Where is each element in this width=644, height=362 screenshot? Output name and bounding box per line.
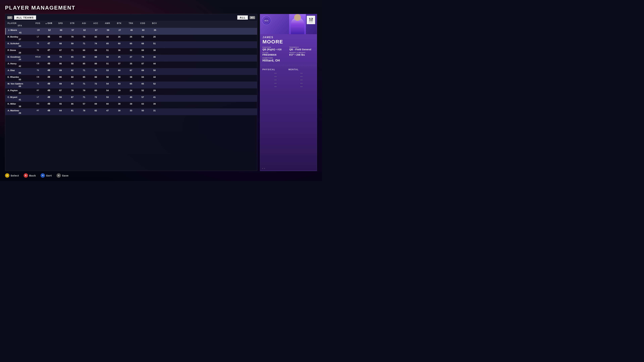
cell-10: 65	[137, 82, 148, 85]
portrait-head	[294, 14, 301, 21]
cell-1: CB	[33, 62, 43, 64]
cell-6: 69	[90, 103, 102, 105]
cell-10: 52	[137, 89, 148, 92]
cell-1: TE	[33, 69, 43, 71]
cell-2: 49	[43, 62, 55, 65]
info-class: CLASS FRESHMAN	[262, 52, 288, 56]
col-player: PLAYER	[7, 22, 33, 24]
cell-2: 49	[43, 76, 55, 78]
cell-11: 50	[148, 69, 160, 71]
cell-6: 89	[90, 56, 102, 58]
table-row[interactable]: A. DiazTE4969827170536067695066	[5, 68, 257, 75]
table-row[interactable]: P. StoneTE4767716668513632683828	[5, 48, 257, 55]
cell-5: 78	[78, 35, 90, 38]
cell-3: 86	[55, 62, 66, 65]
cell-6: 72	[90, 96, 102, 98]
table-row[interactable]: A. MartinezRT4964817882473033503129	[5, 108, 257, 115]
stat-row-2: --- ---	[262, 75, 314, 78]
cell-9: 40	[125, 96, 137, 98]
portrait-placeholder	[289, 14, 306, 34]
cell-5: 71	[78, 96, 90, 98]
cell-9: 35	[125, 62, 137, 65]
card-stats-section: PHYSICAL MENTAL --- --- --- --- --- --- …	[260, 67, 317, 90]
cell-10: 87	[137, 62, 148, 65]
cell-2: 12	[44, 29, 55, 31]
back-label: Back	[29, 174, 36, 177]
select-action[interactable]: A Select	[5, 173, 19, 178]
table-row[interactable]: E. RhamboCB4986608588503938844450	[5, 75, 257, 82]
card-player-name: JAMES MOORE	[260, 34, 317, 45]
cell-6: 72	[90, 82, 102, 85]
phys-stat-5: ---	[262, 85, 288, 88]
cell-6: 68	[90, 49, 102, 51]
back-action[interactable]: B Back	[24, 173, 36, 178]
cell-4: 78	[66, 89, 78, 92]
page-content: PLAYER MANAGEMENT LT ALL TEAMS ALL RT PL…	[0, 0, 322, 181]
cell-4: 83	[66, 82, 78, 85]
save-action[interactable]: + Save	[56, 173, 68, 178]
cell-9: 65	[125, 42, 137, 45]
lt-trigger[interactable]: LT	[7, 16, 12, 19]
cell-8: 25	[113, 56, 125, 58]
table-row[interactable]: R. BentleyLT4665797883442626542627	[5, 35, 257, 41]
team-filter-label[interactable]: ALL TEAMS	[14, 15, 36, 19]
cell-0: K. Schickel	[7, 42, 33, 45]
rt-trigger[interactable]: RT	[250, 16, 255, 19]
filter-all-badge[interactable]: ALL	[237, 15, 248, 19]
cell-5: 79	[78, 89, 90, 92]
cell-7: 65	[102, 42, 113, 45]
col-ovr[interactable]: ▲ OVR	[43, 22, 55, 24]
sort-arrow-icon: ▲	[45, 22, 47, 24]
cell-5: 71	[78, 42, 90, 45]
card-first-name: JAMES	[262, 36, 314, 39]
table-row[interactable]: D. GoodmanROLB4878658289502527783624	[5, 55, 257, 61]
cell-8: 38	[113, 103, 125, 105]
info-hometown: HOMETOWN Hilliard, OH	[262, 57, 314, 62]
cell-3: 69	[55, 82, 66, 85]
cell-9: 24	[125, 89, 137, 92]
player-card: ECU 12 OVR	[260, 14, 317, 171]
cell-11: 44	[148, 76, 160, 78]
hometown-label: HOMETOWN	[262, 57, 314, 59]
cell-11: 51	[148, 42, 160, 45]
table-row[interactable]: M. Von SaldernTE4969837172546365655269	[5, 82, 257, 88]
cell-6: 70	[90, 69, 102, 71]
cell-5: 71	[78, 82, 90, 85]
cell-4: 60	[66, 76, 78, 78]
column-headers: PLAYER POS ▲ OVR SPD STR AGI ACC AWR BTK…	[5, 21, 257, 28]
cell-1: LT	[33, 36, 43, 38]
card-bottom-icons: ✕ ✕	[262, 168, 265, 169]
table-row[interactable]: C. BryantLT4959877172534140574141	[5, 95, 257, 102]
phys-stat-1: ---	[262, 72, 288, 74]
mental-label: MENTAL	[288, 68, 314, 71]
cell-3: 64	[55, 109, 66, 112]
cell-0: A. Martinez	[7, 109, 33, 112]
table-row[interactable]: K. SchickelTE4768597174656065685164	[5, 41, 257, 48]
cell-6: 74	[90, 42, 102, 45]
b-button: B	[24, 173, 28, 178]
cell-1: TE	[33, 83, 43, 85]
table-row[interactable]: J. MooreQB1268576267592746603541	[5, 28, 257, 35]
player-table-panel: LT ALL TEAMS ALL RT PLAYER POS ▲ OVR SPD…	[5, 14, 257, 171]
cell-3: 68	[55, 42, 66, 45]
cell-8: 63	[113, 82, 125, 85]
stat-row-3: --- ---	[262, 78, 314, 81]
cell-5: 66	[78, 49, 90, 51]
col-trk: TRK	[125, 22, 137, 24]
cell-6: 82	[90, 109, 102, 112]
cell-12: 38	[7, 105, 33, 108]
table-row[interactable]: A. PaytonRT4967787983542924522926	[5, 88, 257, 95]
portrait-figure	[291, 17, 304, 34]
cell-9: 27	[125, 56, 137, 58]
ment-stat-4: ---	[288, 82, 314, 84]
cell-5: 57	[78, 103, 90, 105]
sort-action[interactable]: ✕ Sort	[40, 173, 52, 178]
hometown-value: Hilliard, OH	[262, 59, 314, 62]
save-label: Save	[62, 174, 68, 177]
cell-10: 60	[137, 29, 149, 31]
cell-5: 71	[78, 69, 90, 71]
table-row[interactable]: A. HenryCB4986588588513735874442	[5, 61, 257, 68]
table-row[interactable]: K. MillerRG4955865769603839633938	[5, 102, 257, 108]
cell-1: CB	[33, 76, 43, 78]
position-label: POSITION	[262, 46, 288, 48]
